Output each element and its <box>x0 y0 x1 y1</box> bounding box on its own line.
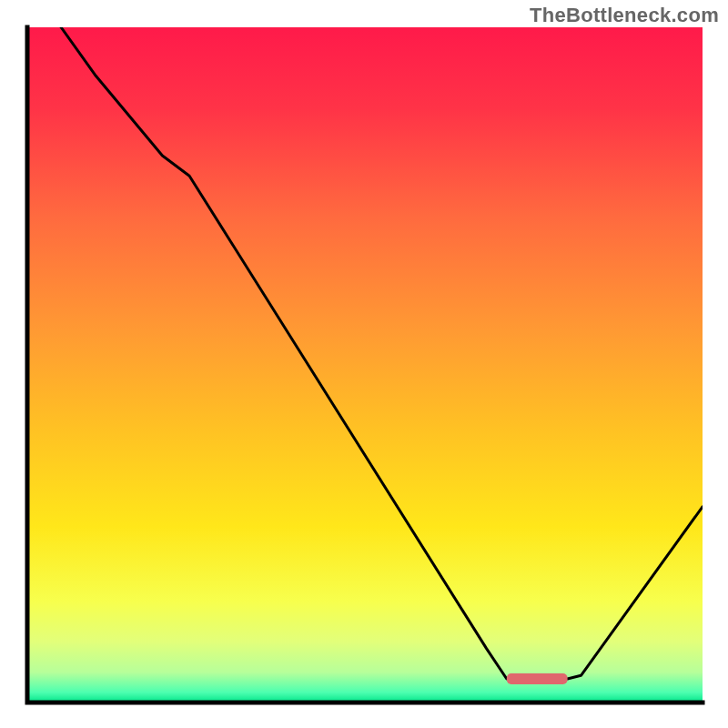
optimal-marker <box>507 673 568 684</box>
bottleneck-chart <box>0 0 728 728</box>
plot-background <box>27 27 703 703</box>
chart-container: TheBottleneck.com <box>0 0 728 728</box>
watermark-label: TheBottleneck.com <box>530 4 719 27</box>
